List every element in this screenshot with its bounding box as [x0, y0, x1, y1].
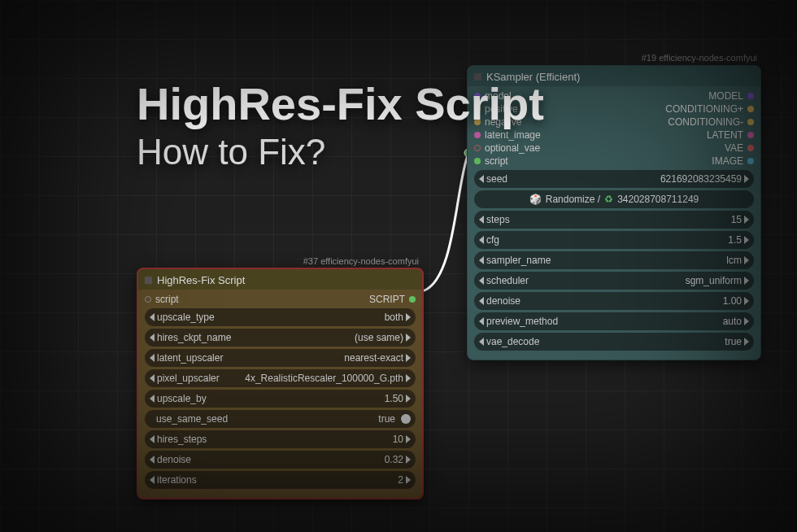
chevron-right-icon[interactable]	[406, 354, 411, 362]
param-label: seed	[486, 173, 507, 185]
overlay-title: HighRes-Fix Script	[137, 77, 544, 130]
port-type: MODEL	[708, 90, 743, 102]
param-value: 10	[393, 434, 403, 445]
toggle-knob-icon[interactable]	[401, 414, 411, 424]
param-value: 1.50	[385, 393, 403, 404]
port-type: CONDITIONING+	[665, 103, 743, 115]
chevron-left-icon[interactable]	[479, 277, 484, 285]
param-value: 1.5	[728, 234, 742, 246]
param-label: sampler_name	[486, 255, 551, 266]
param-value: sgm_uniform	[686, 275, 742, 286]
port-dot-icon	[474, 132, 481, 138]
param-value: nearest-exact	[344, 352, 403, 364]
param-label: hires_ckpt_name	[157, 332, 231, 343]
chevron-right-icon[interactable]	[744, 277, 749, 285]
chevron-right-icon[interactable]	[406, 476, 411, 484]
node-title: HighRes-Fix Script	[157, 274, 245, 286]
chevron-left-icon[interactable]	[479, 338, 484, 346]
chevron-left-icon[interactable]	[479, 175, 484, 183]
param-label: hires_steps	[157, 434, 207, 445]
port-dot-icon	[747, 132, 754, 138]
param-iterations[interactable]: iterations2	[145, 471, 416, 489]
param-label: pixel_upscaler	[157, 373, 220, 384]
chevron-left-icon[interactable]	[479, 297, 484, 305]
param-pixel-upscaler[interactable]: pixel_upscaler4x_RealisticRescaler_10000…	[145, 369, 416, 387]
chevron-left-icon[interactable]	[150, 395, 155, 403]
param-vae-decode[interactable]: vae_decodetrue	[474, 333, 754, 351]
param-denoise[interactable]: denoise1.00	[474, 292, 754, 310]
param-value: 4x_RealisticRescaler_100000_G.pth	[245, 373, 403, 384]
param-use-same-seed[interactable]: use_same_seedtrue	[145, 410, 416, 428]
param-label: scheduler	[486, 275, 529, 286]
port-row-script-image[interactable]: scriptIMAGE	[474, 155, 754, 168]
param-preview-method[interactable]: preview_methodauto	[474, 312, 754, 330]
chevron-right-icon[interactable]	[406, 395, 411, 403]
chevron-left-icon[interactable]	[479, 317, 484, 325]
chevron-right-icon[interactable]	[744, 317, 749, 325]
chevron-right-icon[interactable]	[406, 374, 411, 382]
chevron-left-icon[interactable]	[150, 435, 155, 443]
chevron-right-icon[interactable]	[744, 256, 749, 264]
param-hires-ckpt[interactable]: hires_ckpt_name(use same)	[145, 329, 416, 347]
param-latent-upscaler[interactable]: latent_upscalernearest-exact	[145, 349, 416, 367]
param-label: denoise	[486, 295, 520, 307]
chevron-right-icon[interactable]	[744, 175, 749, 183]
port-label: latent_image	[485, 129, 541, 141]
param-value: true	[725, 336, 742, 347]
param-value: 15	[731, 214, 742, 225]
port-dot-icon	[409, 296, 416, 303]
param-label: upscale_by	[157, 393, 207, 404]
param-label: preview_method	[486, 316, 558, 327]
node-header[interactable]: HighRes-Fix Script	[138, 269, 422, 290]
node-highres-fix[interactable]: #37 efficiency-nodes-comfyui HighRes-Fix…	[137, 268, 424, 499]
chevron-left-icon[interactable]	[150, 374, 155, 382]
chevron-left-icon[interactable]	[150, 334, 155, 342]
chevron-left-icon[interactable]	[150, 354, 155, 362]
chevron-right-icon[interactable]	[744, 236, 749, 244]
param-upscale-by[interactable]: upscale_by1.50	[145, 390, 416, 408]
chevron-left-icon[interactable]	[479, 236, 484, 244]
overlay-subtitle: How to Fix?	[137, 132, 325, 172]
port-label: script	[485, 155, 508, 167]
param-cfg[interactable]: cfg1.5	[474, 231, 754, 249]
param-label: use_same_seed	[156, 413, 228, 425]
param-value: 1.00	[723, 295, 742, 307]
port-row-latent[interactable]: latent_imageLATENT	[474, 129, 754, 142]
output-port-script[interactable]: script SCRIPT	[145, 293, 416, 306]
param-value: (use same)	[355, 332, 403, 343]
port-ring-icon	[145, 296, 151, 303]
collapse-icon[interactable]	[145, 277, 152, 284]
chevron-left-icon[interactable]	[479, 256, 484, 264]
param-label: latent_upscaler	[157, 352, 223, 364]
chevron-left-icon[interactable]	[150, 476, 155, 484]
chevron-right-icon[interactable]	[406, 456, 411, 464]
param-value: both	[385, 312, 403, 323]
randomize-button[interactable]: 🎲Randomize /♻342028708711249	[474, 190, 754, 208]
port-dot-icon	[747, 145, 754, 151]
port-type: LATENT	[707, 129, 743, 141]
param-scheduler[interactable]: schedulersgm_uniform	[474, 272, 754, 290]
chevron-right-icon[interactable]	[744, 338, 749, 346]
chevron-right-icon[interactable]	[406, 435, 411, 443]
chevron-right-icon[interactable]	[744, 297, 749, 305]
param-steps[interactable]: steps15	[474, 211, 754, 229]
param-hires-steps[interactable]: hires_steps10	[145, 430, 416, 448]
chevron-left-icon[interactable]	[150, 313, 155, 321]
chevron-right-icon[interactable]	[744, 216, 749, 224]
param-upscale-type[interactable]: upscale_typeboth	[145, 308, 416, 326]
chevron-right-icon[interactable]	[406, 313, 411, 321]
port-type: CONDITIONING-	[668, 116, 743, 128]
param-sampler-name[interactable]: sampler_namelcm	[474, 251, 754, 269]
randomize-value: 342028708711249	[617, 194, 699, 205]
param-denoise[interactable]: denoise0.32	[145, 451, 416, 469]
port-type: IMAGE	[712, 155, 743, 167]
port-label: script	[155, 294, 179, 305]
port-ring-icon	[474, 145, 481, 151]
port-row-vae[interactable]: optional_vaeVAE	[474, 142, 754, 155]
param-seed[interactable]: seed621692083235459	[474, 170, 754, 188]
param-label: cfg	[486, 234, 499, 246]
chevron-right-icon[interactable]	[406, 334, 411, 342]
chevron-left-icon[interactable]	[150, 456, 155, 464]
param-label: steps	[486, 214, 510, 225]
chevron-left-icon[interactable]	[479, 216, 484, 224]
